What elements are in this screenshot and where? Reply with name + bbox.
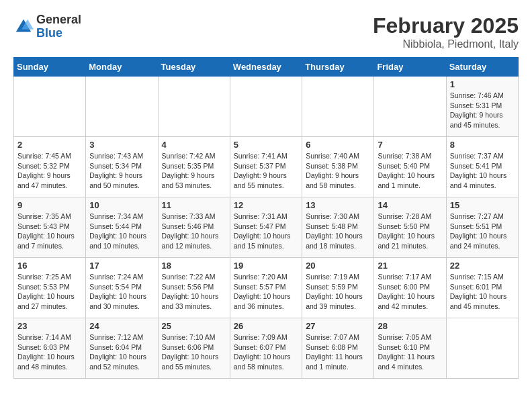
- calendar-week-row: 9Sunrise: 7:35 AM Sunset: 5:43 PM Daylig…: [14, 197, 519, 258]
- day-number: 3: [89, 140, 154, 150]
- calendar-cell: 17Sunrise: 7:24 AM Sunset: 5:54 PM Dayli…: [86, 258, 158, 318]
- day-number: 25: [162, 321, 226, 331]
- weekday-header-wednesday: Wednesday: [230, 58, 302, 77]
- day-number: 20: [306, 261, 370, 271]
- day-number: 18: [162, 261, 226, 271]
- day-info: Sunrise: 7:30 AM Sunset: 5:48 PM Dayligh…: [306, 212, 370, 251]
- day-info: Sunrise: 7:19 AM Sunset: 5:59 PM Dayligh…: [306, 272, 370, 312]
- calendar-cell: [158, 77, 230, 137]
- day-info: Sunrise: 7:10 AM Sunset: 6:06 PM Dayligh…: [162, 332, 226, 372]
- calendar-cell: 6Sunrise: 7:40 AM Sunset: 5:38 PM Daylig…: [302, 137, 374, 197]
- day-number: 11: [162, 200, 226, 210]
- calendar-cell: 11Sunrise: 7:33 AM Sunset: 5:46 PM Dayli…: [158, 197, 230, 258]
- day-info: Sunrise: 7:41 AM Sunset: 5:37 PM Dayligh…: [234, 151, 298, 191]
- calendar-subtitle: Nibbiola, Piedmont, Italy: [373, 38, 519, 50]
- day-info: Sunrise: 7:07 AM Sunset: 6:08 PM Dayligh…: [306, 332, 370, 372]
- day-number: 13: [306, 200, 370, 210]
- day-info: Sunrise: 7:42 AM Sunset: 5:35 PM Dayligh…: [162, 151, 226, 191]
- day-info: Sunrise: 7:22 AM Sunset: 5:56 PM Dayligh…: [162, 272, 226, 312]
- calendar-cell: 14Sunrise: 7:28 AM Sunset: 5:50 PM Dayli…: [374, 197, 446, 258]
- calendar-cell: 19Sunrise: 7:20 AM Sunset: 5:57 PM Dayli…: [230, 258, 302, 318]
- calendar-cell: 18Sunrise: 7:22 AM Sunset: 5:56 PM Dayli…: [158, 258, 230, 318]
- day-info: Sunrise: 7:25 AM Sunset: 5:53 PM Dayligh…: [17, 272, 82, 312]
- day-number: 8: [450, 140, 515, 150]
- day-info: Sunrise: 7:37 AM Sunset: 5:41 PM Dayligh…: [450, 151, 515, 191]
- day-info: Sunrise: 7:31 AM Sunset: 5:47 PM Dayligh…: [234, 212, 298, 251]
- calendar-cell: [446, 318, 518, 379]
- day-number: 22: [450, 261, 515, 271]
- calendar-cell: [302, 77, 374, 137]
- day-number: 26: [234, 321, 298, 331]
- calendar-cell: 27Sunrise: 7:07 AM Sunset: 6:08 PM Dayli…: [302, 318, 374, 379]
- day-info: Sunrise: 7:05 AM Sunset: 6:10 PM Dayligh…: [378, 332, 442, 372]
- day-info: Sunrise: 7:46 AM Sunset: 5:31 PM Dayligh…: [450, 91, 515, 130]
- calendar-cell: 22Sunrise: 7:15 AM Sunset: 6:01 PM Dayli…: [446, 258, 518, 318]
- day-number: 21: [378, 261, 442, 271]
- calendar-cell: 8Sunrise: 7:37 AM Sunset: 5:41 PM Daylig…: [446, 137, 518, 197]
- day-info: Sunrise: 7:45 AM Sunset: 5:32 PM Dayligh…: [17, 151, 82, 191]
- calendar-cell: 16Sunrise: 7:25 AM Sunset: 5:53 PM Dayli…: [14, 258, 86, 318]
- day-number: 5: [234, 140, 298, 150]
- day-info: Sunrise: 7:43 AM Sunset: 5:34 PM Dayligh…: [89, 151, 154, 191]
- calendar-title: February 2025: [373, 13, 519, 38]
- calendar-cell: 20Sunrise: 7:19 AM Sunset: 5:59 PM Dayli…: [302, 258, 374, 318]
- calendar-cell: [230, 77, 302, 137]
- weekday-header-thursday: Thursday: [302, 58, 374, 77]
- day-number: 15: [450, 200, 515, 210]
- calendar-week-row: 23Sunrise: 7:14 AM Sunset: 6:03 PM Dayli…: [14, 318, 519, 379]
- calendar-cell: 23Sunrise: 7:14 AM Sunset: 6:03 PM Dayli…: [14, 318, 86, 379]
- calendar-cell: 9Sunrise: 7:35 AM Sunset: 5:43 PM Daylig…: [14, 197, 86, 258]
- calendar-cell: 3Sunrise: 7:43 AM Sunset: 5:34 PM Daylig…: [86, 137, 158, 197]
- day-number: 27: [306, 321, 370, 331]
- calendar-week-row: 1Sunrise: 7:46 AM Sunset: 5:31 PM Daylig…: [14, 77, 519, 137]
- day-number: 17: [89, 261, 154, 271]
- day-info: Sunrise: 7:15 AM Sunset: 6:01 PM Dayligh…: [450, 272, 515, 312]
- day-info: Sunrise: 7:12 AM Sunset: 6:04 PM Dayligh…: [89, 332, 154, 372]
- calendar-cell: [374, 77, 446, 137]
- day-number: 16: [17, 261, 82, 271]
- day-number: 19: [234, 261, 298, 271]
- day-number: 4: [162, 140, 226, 150]
- calendar-cell: 1Sunrise: 7:46 AM Sunset: 5:31 PM Daylig…: [446, 77, 518, 137]
- day-info: Sunrise: 7:09 AM Sunset: 6:07 PM Dayligh…: [234, 332, 298, 372]
- day-info: Sunrise: 7:17 AM Sunset: 6:00 PM Dayligh…: [378, 272, 442, 312]
- calendar-cell: [14, 77, 86, 137]
- page-header: General Blue February 2025 Nibbiola, Pie…: [13, 13, 519, 50]
- day-info: Sunrise: 7:35 AM Sunset: 5:43 PM Dayligh…: [17, 212, 82, 251]
- logo-text: General Blue: [36, 13, 81, 40]
- day-info: Sunrise: 7:24 AM Sunset: 5:54 PM Dayligh…: [89, 272, 154, 312]
- weekday-header-sunday: Sunday: [14, 58, 86, 77]
- calendar-body: 1Sunrise: 7:46 AM Sunset: 5:31 PM Daylig…: [14, 77, 519, 379]
- day-info: Sunrise: 7:38 AM Sunset: 5:40 PM Dayligh…: [378, 151, 442, 191]
- calendar-cell: 15Sunrise: 7:27 AM Sunset: 5:51 PM Dayli…: [446, 197, 518, 258]
- day-info: Sunrise: 7:27 AM Sunset: 5:51 PM Dayligh…: [450, 212, 515, 251]
- calendar-cell: 13Sunrise: 7:30 AM Sunset: 5:48 PM Dayli…: [302, 197, 374, 258]
- day-number: 24: [89, 321, 154, 331]
- calendar-cell: 2Sunrise: 7:45 AM Sunset: 5:32 PM Daylig…: [14, 137, 86, 197]
- calendar-cell: 25Sunrise: 7:10 AM Sunset: 6:06 PM Dayli…: [158, 318, 230, 379]
- day-number: 14: [378, 200, 442, 210]
- weekday-header-monday: Monday: [86, 58, 158, 77]
- calendar-cell: 12Sunrise: 7:31 AM Sunset: 5:47 PM Dayli…: [230, 197, 302, 258]
- calendar-cell: 5Sunrise: 7:41 AM Sunset: 5:37 PM Daylig…: [230, 137, 302, 197]
- calendar-week-row: 2Sunrise: 7:45 AM Sunset: 5:32 PM Daylig…: [14, 137, 519, 197]
- weekday-header-saturday: Saturday: [446, 58, 518, 77]
- calendar-cell: 24Sunrise: 7:12 AM Sunset: 6:04 PM Dayli…: [86, 318, 158, 379]
- day-number: 1: [450, 79, 515, 89]
- calendar-cell: [86, 77, 158, 137]
- calendar-cell: 10Sunrise: 7:34 AM Sunset: 5:44 PM Dayli…: [86, 197, 158, 258]
- calendar-cell: 28Sunrise: 7:05 AM Sunset: 6:10 PM Dayli…: [374, 318, 446, 379]
- day-number: 28: [378, 321, 442, 331]
- day-info: Sunrise: 7:40 AM Sunset: 5:38 PM Dayligh…: [306, 151, 370, 191]
- weekday-header-friday: Friday: [374, 58, 446, 77]
- day-number: 7: [378, 140, 442, 150]
- day-info: Sunrise: 7:34 AM Sunset: 5:44 PM Dayligh…: [89, 212, 154, 251]
- calendar-week-row: 16Sunrise: 7:25 AM Sunset: 5:53 PM Dayli…: [14, 258, 519, 318]
- day-info: Sunrise: 7:14 AM Sunset: 6:03 PM Dayligh…: [17, 332, 82, 372]
- weekday-header-tuesday: Tuesday: [158, 58, 230, 77]
- day-number: 12: [234, 200, 298, 210]
- calendar-cell: 26Sunrise: 7:09 AM Sunset: 6:07 PM Dayli…: [230, 318, 302, 379]
- day-number: 9: [17, 200, 82, 210]
- weekday-header-row: SundayMondayTuesdayWednesdayThursdayFrid…: [14, 58, 519, 77]
- day-info: Sunrise: 7:28 AM Sunset: 5:50 PM Dayligh…: [378, 212, 442, 251]
